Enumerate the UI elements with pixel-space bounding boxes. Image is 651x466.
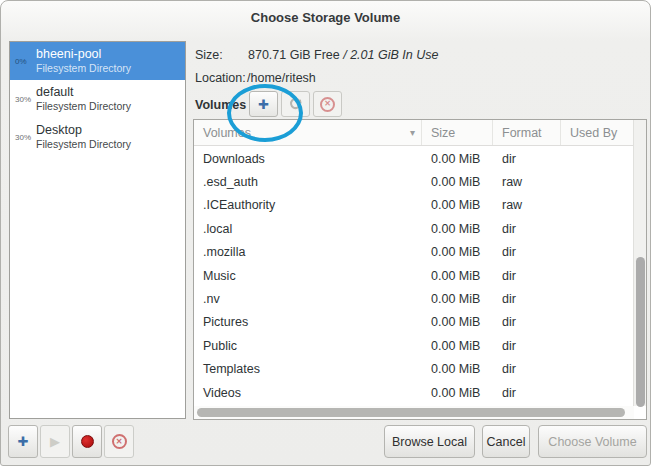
vertical-scrollbar-thumb[interactable] xyxy=(636,257,645,407)
volume-name: Pictures xyxy=(194,315,422,329)
volumes-table-header: Volumes ▾ Size Format Used By xyxy=(194,120,646,146)
stop-pool-button[interactable] xyxy=(72,425,102,458)
location-label: Location: xyxy=(195,71,246,85)
pool-name: Desktop xyxy=(36,123,131,139)
volume-name: Downloads xyxy=(194,152,422,166)
volume-name: .esd_auth xyxy=(194,175,422,189)
size-value: 870.71 GiB Free / 2.01 GiB In Use xyxy=(248,48,438,62)
add-volume-button[interactable]: ✚ xyxy=(249,91,278,117)
volume-size: 0.00 MiB xyxy=(422,269,493,283)
pool-usage-percent: 0% xyxy=(10,57,36,66)
delete-icon: ✕ xyxy=(320,97,335,112)
volumes-table-body: Downloads 0.00 MiB dir .esd_auth 0.00 Mi… xyxy=(194,147,634,404)
volume-row[interactable]: Public 0.00 MiB dir xyxy=(194,334,634,357)
column-header-format[interactable]: Format xyxy=(493,120,561,145)
horizontal-scrollbar[interactable] xyxy=(194,406,634,419)
volume-row[interactable]: .local 0.00 MiB dir xyxy=(194,217,634,240)
volume-name: .nv xyxy=(194,292,422,306)
volume-format: dir xyxy=(493,152,561,166)
choose-volume-button[interactable]: Choose Volume xyxy=(538,425,647,458)
volume-format: dir xyxy=(493,386,561,400)
column-header-size[interactable]: Size xyxy=(422,120,493,145)
volume-name: Music xyxy=(194,269,422,283)
size-label: Size: xyxy=(195,48,223,62)
pool-name: bheeni-pool xyxy=(36,47,131,63)
volume-row[interactable]: .esd_auth 0.00 MiB raw xyxy=(194,170,634,193)
volume-row[interactable]: .nv 0.00 MiB dir xyxy=(194,287,634,310)
volume-size: 0.00 MiB xyxy=(422,339,493,353)
volume-format: dir xyxy=(493,222,561,236)
volume-size: 0.00 MiB xyxy=(422,362,493,376)
volume-format: dir xyxy=(493,315,561,329)
location-value: /home/ritesh xyxy=(247,71,316,85)
vertical-scrollbar[interactable] xyxy=(633,120,646,406)
storage-pool-list: 0% bheeni-pool Filesystem Directory 30% … xyxy=(9,41,186,419)
volume-name: .mozilla xyxy=(194,245,422,259)
volume-name: Templates xyxy=(194,362,422,376)
volumes-label: Volumes xyxy=(195,98,246,112)
refresh-volumes-button[interactable] xyxy=(281,91,310,117)
volume-size: 0.00 MiB xyxy=(422,292,493,306)
volume-row[interactable]: Downloads 0.00 MiB dir xyxy=(194,147,634,170)
column-header-volumes[interactable]: Volumes ▾ xyxy=(194,120,422,145)
pool-usage-percent: 30% xyxy=(10,133,36,142)
volume-name: Videos xyxy=(194,386,422,400)
play-icon: ▶ xyxy=(50,435,60,448)
volume-row[interactable]: .ICEauthority 0.00 MiB raw xyxy=(194,194,634,217)
volume-name: .ICEauthority xyxy=(194,198,422,212)
titlebar: Choose Storage Volume xyxy=(1,1,650,35)
refresh-icon xyxy=(288,97,303,112)
volume-row[interactable]: Videos 0.00 MiB dir xyxy=(194,381,634,404)
volume-row[interactable]: Pictures 0.00 MiB dir xyxy=(194,311,634,334)
start-pool-button[interactable]: ▶ xyxy=(40,425,70,458)
pool-type: Filesystem Directory xyxy=(36,138,131,151)
pool-name: default xyxy=(36,85,131,101)
volume-size: 0.00 MiB xyxy=(422,198,493,212)
volume-size: 0.00 MiB xyxy=(422,245,493,259)
volume-format: dir xyxy=(493,362,561,376)
dialog-title: Choose Storage Volume xyxy=(251,10,400,25)
column-header-used-by[interactable]: Used By xyxy=(561,120,633,145)
add-pool-button[interactable]: ✚ xyxy=(8,425,38,458)
delete-pool-button[interactable]: ✕ xyxy=(104,425,134,458)
volume-format: dir xyxy=(493,339,561,353)
volume-row[interactable]: .mozilla 0.00 MiB dir xyxy=(194,241,634,264)
plus-icon: ✚ xyxy=(258,98,269,111)
volumes-table: Volumes ▾ Size Format Used By Downloads … xyxy=(193,119,647,420)
volume-name: Public xyxy=(194,339,422,353)
delete-volume-button[interactable]: ✕ xyxy=(313,91,342,117)
volume-format: raw xyxy=(493,198,561,212)
volume-format: dir xyxy=(493,292,561,306)
volume-size: 0.00 MiB xyxy=(422,175,493,189)
pool-list-item[interactable]: 30% Desktop Filesystem Directory xyxy=(10,118,185,156)
volume-size: 0.00 MiB xyxy=(422,315,493,329)
volume-size: 0.00 MiB xyxy=(422,152,493,166)
sort-descending-icon: ▾ xyxy=(410,127,415,138)
pool-type: Filesystem Directory xyxy=(36,62,131,75)
delete-icon: ✕ xyxy=(112,434,127,449)
volume-row[interactable]: Music 0.00 MiB dir xyxy=(194,264,634,287)
record-icon xyxy=(81,435,94,448)
volume-name: .local xyxy=(194,222,422,236)
pool-usage-percent: 30% xyxy=(10,95,36,104)
volume-format: dir xyxy=(493,245,561,259)
volume-size: 0.00 MiB xyxy=(422,222,493,236)
browse-local-button[interactable]: Browse Local xyxy=(384,425,475,458)
choose-storage-volume-dialog: Choose Storage Volume 0% bheeni-pool Fil… xyxy=(0,0,651,466)
volume-row[interactable]: Templates 0.00 MiB dir xyxy=(194,358,634,381)
pool-list-item[interactable]: 30% default Filesystem Directory xyxy=(10,80,185,118)
horizontal-scrollbar-thumb[interactable] xyxy=(197,408,625,417)
volume-format: dir xyxy=(493,269,561,283)
volume-size: 0.00 MiB xyxy=(422,386,493,400)
pool-list-item[interactable]: 0% bheeni-pool Filesystem Directory xyxy=(10,42,185,80)
plus-icon: ✚ xyxy=(18,435,29,448)
cancel-button[interactable]: Cancel xyxy=(482,425,530,458)
pool-type: Filesystem Directory xyxy=(36,100,131,113)
volume-format: raw xyxy=(493,175,561,189)
